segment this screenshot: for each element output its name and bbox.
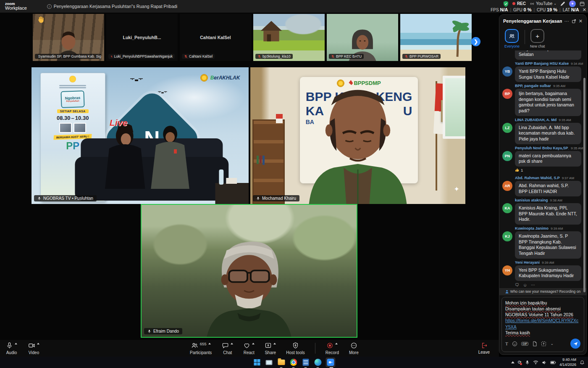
- add-reaction-icon[interactable]: ☺: [523, 283, 527, 287]
- react-button[interactable]: React: [243, 342, 255, 355]
- record-button[interactable]: Record: [326, 342, 339, 355]
- next-page-arrow-button[interactable]: ❯: [471, 37, 480, 46]
- clock[interactable]: 9:40 AM 4/14/2026: [559, 357, 576, 367]
- react-caret[interactable]: [252, 343, 255, 344]
- file-attach-icon[interactable]: [532, 341, 537, 347]
- video-tile-ngobras-studio[interactable]: Ngobras Penyuluhan SETIAP SELASA 08.30–1…: [32, 67, 249, 204]
- pop-out-icon[interactable]: [572, 19, 576, 24]
- battery-icon[interactable]: [550, 360, 556, 365]
- message-hover-actions[interactable]: 🗨☺⋯: [515, 283, 583, 287]
- tab-new-chat[interactable]: + New chat: [530, 29, 545, 48]
- chat-message[interactable]: LINA ZUBAIDAH, A. Md9:35 AMLZLina Zubaid…: [502, 116, 583, 144]
- chat-message[interactable]: Penyuluh Novi Bobu Kaya,SP_BP3K MAKAM...…: [502, 144, 583, 174]
- compose-closing-line[interactable]: Terima kasih: [505, 330, 580, 336]
- format-text-icon[interactable]: T: [505, 341, 508, 346]
- stat-fps: FPS N/A: [491, 7, 508, 12]
- share-caret[interactable]: [273, 343, 276, 344]
- chat-message[interactable]: BPP, pangale sulbar9:35 AMBPIjin bertany…: [502, 82, 583, 116]
- annotate-pen-icon[interactable]: [560, 1, 565, 6]
- compose-line[interactable]: Mohon izin bapak/ibu: [505, 300, 580, 306]
- video-options-caret[interactable]: [37, 343, 39, 344]
- chat-message-list[interactable]: Ende menyimakMah Yanti9:31 AMMYMahyanti,…: [499, 50, 586, 288]
- encryption-shield-icon: [503, 1, 509, 7]
- filmstrip-tile[interactable]: BPP PURWOSAR: [400, 14, 472, 61]
- tray-expand-chevron[interactable]: [511, 361, 514, 363]
- participant-name-chip: Mochamad Khairu: [253, 195, 299, 201]
- notification-bell-icon[interactable]: [580, 360, 585, 365]
- more-icon: [350, 342, 357, 349]
- chat-compose-box[interactable]: Mohon izin bapak/ibuDisampaikan tautan a…: [501, 297, 584, 352]
- speaker-icon[interactable]: [542, 360, 547, 365]
- participant-name-chip: Luki_PenyuluhBPPSawahanNganjuk: [108, 54, 175, 59]
- tray-mic-icon[interactable]: [525, 360, 530, 365]
- filmstrip-tile[interactable]: Luki_PenyuluhB...Luki_PenyuluhBPPSawahan…: [106, 14, 178, 61]
- filmstrip-tile[interactable]: BPP KEC BATU: [327, 14, 398, 61]
- chat-panel: Penyelenggaraan Kerjasama Pusluhtan"s R.…: [499, 14, 587, 355]
- message-reaction[interactable]: 1: [515, 168, 523, 172]
- audio-options-caret[interactable]: [15, 343, 17, 344]
- mic-muted-icon: [110, 55, 113, 58]
- chat-message[interactable]: Yeni Herayani9:39 AMYHYeni BPP Sukagumiw…: [502, 259, 583, 287]
- reply-icon[interactable]: 🗨: [515, 283, 519, 287]
- stat-divider: |: [510, 8, 511, 12]
- participant-name-chip: BPP PURWOSAR: [402, 54, 441, 59]
- screenshot-icon[interactable]: [541, 341, 546, 347]
- windows-start-icon[interactable]: [253, 358, 261, 367]
- ngobras-logo: Ngobras Penyuluhan: [61, 90, 85, 108]
- send-button[interactable]: [570, 339, 580, 349]
- share-button[interactable]: Share: [265, 342, 276, 355]
- emoji-icon[interactable]: [512, 341, 517, 347]
- message-more-icon[interactable]: ⋯: [531, 283, 535, 287]
- filmstrip-tile[interactable]: Syamsudin SP, BPP Gumbasa Kab. Sigi: [33, 14, 104, 61]
- chat-message[interactable]: Abd. Rahman Wahid, S.P9:37 AMARAbd. Rahm…: [502, 174, 583, 196]
- banner-schedule-day: SETIAP SELASA: [57, 109, 89, 113]
- chat-header: Penyelenggaraan Kerjasama Pusluhtan"s R.…: [499, 15, 586, 27]
- host-tools-button[interactable]: Host tools: [286, 342, 304, 355]
- info-icon[interactable]: i: [47, 4, 52, 9]
- plus-icon: +: [530, 29, 544, 43]
- ai-companion-icon[interactable]: ✦: [569, 0, 576, 7]
- chat-button[interactable]: Chat: [222, 342, 233, 355]
- participants-caret[interactable]: [208, 343, 211, 344]
- chat-scrollbar[interactable]: [583, 78, 585, 292]
- participant-name-chip: bp3ktulung_kla10: [255, 54, 293, 59]
- recorder-tray-icon[interactable]: ⟳: [518, 360, 522, 365]
- video-tile-bpp-kalteng[interactable]: BPPSDMP BPP KKENG KAU BA: [250, 67, 465, 204]
- chat-privacy-notice[interactable]: Who can see your messages? Recording on: [499, 288, 586, 295]
- filmstrip-tile[interactable]: bp3ktulung_kla10: [253, 14, 325, 61]
- audio-button[interactable]: Audio: [6, 340, 17, 357]
- record-caret[interactable]: [335, 343, 338, 344]
- notes-app-icon[interactable]: [302, 358, 310, 367]
- compose-line[interactable]: Disampaikan tautan absensi NGOBRAS Volum…: [505, 306, 580, 318]
- chat-caret[interactable]: [231, 343, 233, 344]
- participants-button[interactable]: 655 Participants: [190, 342, 212, 355]
- zoom-taskbar-icon[interactable]: [326, 357, 336, 367]
- small-indonesia-flag: [276, 114, 283, 123]
- filmstrip-tile[interactable]: Cahtani KalSelCahtani KalSel: [180, 14, 251, 61]
- video-tile-active-speaker[interactable]: Efraim Dando: [141, 204, 357, 338]
- widgets-icon[interactable]: [265, 358, 273, 367]
- stats-close-icon[interactable]: ✕: [583, 7, 586, 13]
- edge-icon[interactable]: [314, 358, 322, 367]
- video-button[interactable]: Video: [28, 340, 39, 357]
- chat-message[interactable]: Yanti BPP Banjang HSU Kalsel9:34 AMYBYan…: [502, 60, 583, 82]
- windows-taskbar: ⟳ 9:40 AM 4/14/2026: [0, 357, 588, 368]
- compose-link[interactable]: https://forms.gle/WSmMQCLRYRZXcY5XA: [505, 318, 580, 329]
- leave-button[interactable]: Leave: [478, 340, 490, 357]
- message-sender: kanisius atakraing: [515, 198, 548, 202]
- file-explorer-icon[interactable]: [277, 358, 286, 367]
- chat-message[interactable]: Wilma_Banyuasin9:33 AMWWilma.BPP Muara.K…: [502, 50, 583, 60]
- more-button[interactable]: More: [349, 342, 359, 355]
- chrome-icon[interactable]: [289, 358, 298, 367]
- wifi-icon[interactable]: [533, 360, 538, 365]
- chat-message[interactable]: Kuwinopta Janimo9:39 AMKJKuwinopta Jaani…: [502, 225, 583, 259]
- compose-more-caret[interactable]: ⌄: [550, 342, 554, 346]
- chat-message[interactable]: kanisius atakraing9:38 AMKAKanisius Ata …: [502, 196, 583, 225]
- close-icon[interactable]: ✕: [579, 19, 583, 24]
- tab-everyone[interactable]: Everyone: [504, 29, 520, 48]
- more-options-icon[interactable]: ⋯: [564, 19, 569, 24]
- apps-grid-icon[interactable]: [580, 1, 585, 6]
- compose-draft-text[interactable]: Mohon izin bapak/ibuDisampaikan tautan a…: [505, 300, 580, 318]
- youtube-livestream-indicator[interactable]: YouTube ⌄: [530, 1, 556, 6]
- gif-icon[interactable]: GIF: [521, 342, 529, 346]
